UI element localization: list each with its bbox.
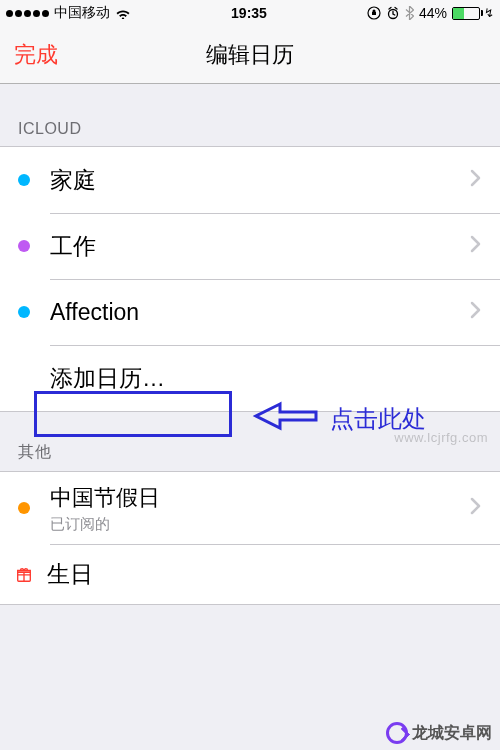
color-dot-icon: [18, 502, 30, 514]
battery-icon: ↯: [452, 6, 494, 20]
gift-icon: [15, 565, 33, 583]
bluetooth-icon: [405, 6, 414, 20]
status-time: 19:35: [231, 5, 267, 21]
orientation-lock-icon: [367, 6, 381, 20]
color-dot-icon: [18, 174, 30, 186]
chevron-right-icon: [470, 497, 482, 519]
battery-pct-label: 44%: [419, 5, 447, 21]
calendar-label: Affection: [50, 299, 470, 326]
section-header-icloud: ICLOUD: [0, 84, 500, 146]
calendar-row-birthdays[interactable]: 生日: [0, 544, 500, 604]
calendar-row-china-holidays[interactable]: 中国节假日 已订阅的: [0, 472, 500, 544]
nav-bar: 完成 编辑日历: [0, 26, 500, 84]
annotation-arrow-icon: [250, 398, 322, 434]
chevron-right-icon: [470, 301, 482, 323]
source-brand: 龙城安卓网: [386, 722, 492, 744]
color-dot-icon: [18, 240, 30, 252]
calendar-row-work[interactable]: 工作: [0, 213, 500, 279]
calendar-label: 中国节假日: [50, 483, 160, 513]
calendar-label: 工作: [50, 231, 470, 262]
icloud-list: 家庭 工作 Affection 添加日历…: [0, 146, 500, 412]
color-dot-icon: [18, 306, 30, 318]
calendar-label: 生日: [47, 559, 482, 590]
calendar-row-home[interactable]: 家庭: [0, 147, 500, 213]
chevron-right-icon: [470, 235, 482, 257]
calendar-row-affection[interactable]: Affection: [0, 279, 500, 345]
brand-logo-icon: [386, 722, 408, 744]
add-calendar-label: 添加日历…: [50, 363, 482, 394]
status-bar: 中国移动 19:35 44% ↯: [0, 0, 500, 26]
chevron-right-icon: [470, 169, 482, 191]
wifi-icon: [115, 7, 131, 19]
brand-label: 龙城安卓网: [412, 723, 492, 744]
carrier-label: 中国移动: [54, 4, 110, 22]
calendar-label: 家庭: [50, 165, 470, 196]
done-button[interactable]: 完成: [14, 40, 58, 70]
page-title: 编辑日历: [0, 40, 500, 70]
other-list: 中国节假日 已订阅的 生日: [0, 471, 500, 605]
alarm-icon: [386, 6, 400, 20]
signal-strength-icon: [6, 10, 49, 17]
annotation-text: 点击此处: [330, 403, 426, 435]
calendar-sublabel: 已订阅的: [50, 515, 160, 534]
